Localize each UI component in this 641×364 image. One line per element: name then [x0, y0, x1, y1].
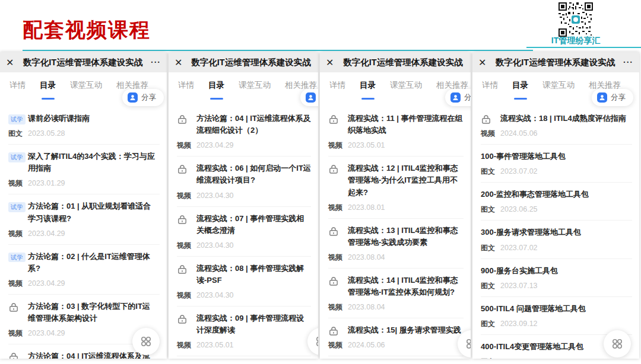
lock-icon — [328, 226, 339, 237]
publish-date: 2023.04.30 — [196, 191, 234, 200]
course-window-2: ✕ 数字化IT运维管理体系建设实战 ··· 详情目录课堂互动相关推荐 分享 — [169, 52, 318, 359]
tab-课堂互动[interactable]: 课堂互动 — [239, 80, 271, 100]
publish-date: 2023.05.01 — [196, 341, 234, 349]
lock-icon — [177, 214, 188, 225]
course-item[interactable]: 试学 深入了解ITIL4的34个实践：学习与应用指南 视频 2023.01.29 — [8, 145, 160, 194]
course-item-meta: 视频 2023.01.29 — [8, 178, 160, 189]
share-button[interactable]: 分享 — [592, 89, 633, 106]
trial-badge: 试学 — [8, 152, 26, 162]
media-type-label: 图文 — [481, 243, 495, 253]
course-item[interactable]: 流程实战：16 | 服务台管理实践 视频 2024.05.06 — [328, 356, 464, 359]
tab-课堂互动[interactable]: 课堂互动 — [542, 80, 575, 100]
media-type-label: 视频 — [481, 129, 495, 139]
course-item-meta: 视频 2023.08.04 — [328, 253, 464, 263]
media-type-label: 图文 — [481, 319, 495, 329]
course-item[interactable]: 流程实战：15| 服务请求管理实践 视频 2024.05.06 — [328, 318, 464, 356]
trial-badge: 试学 — [8, 114, 26, 124]
tab-目录[interactable]: 目录 — [512, 80, 528, 100]
publish-date: 2023.06.25 — [500, 205, 538, 213]
course-item[interactable]: 流程实战：09 | 事件管理流程设计深度解读 视频 2023.05.01 — [177, 306, 311, 356]
course-item[interactable]: 流程实战：07 | 事件管理实践相关概念澄清 视频 2023.04.30 — [177, 207, 311, 257]
tab-详情[interactable]: 详情 — [482, 80, 498, 100]
tab-课堂互动[interactable]: 课堂互动 — [390, 80, 422, 100]
course-item[interactable]: 300-服务请求管理落地工具包 图文 2023.07.02 — [481, 221, 632, 258]
course-window-3: ✕ 数字化IT运维管理体系建设实战 ··· 详情目录课堂互动相关推荐 分享 — [320, 52, 471, 359]
course-item[interactable]: 900-服务台实施工具包 图文 2023.07.13 — [481, 259, 632, 297]
close-icon[interactable]: ✕ — [478, 57, 494, 68]
media-type-label: 视频 — [328, 302, 342, 312]
lock-icon — [328, 164, 339, 174]
course-item[interactable]: 200-监控和事态管理落地工具包 图文 2023.06.25 — [481, 183, 632, 221]
tab-目录[interactable]: 目录 — [208, 80, 224, 100]
course-item[interactable]: 流程实战：08 | 事件管理实践解读-PSF 视频 2023.04.30 — [177, 257, 311, 306]
qr-caption: IT管理纷享汇 — [528, 36, 623, 46]
course-item[interactable]: 100-事件管理落地工具包 图文 2023.07.02 — [481, 145, 632, 183]
course-item[interactable]: 试学 方法论篇：01 | 从职业规划看谁适合学习该课程? 视频 2023.04.… — [8, 194, 160, 244]
lock-icon — [177, 264, 188, 274]
course-item[interactable]: 试学 方法论篇：02 | 什么是IT运维管理体系? 视频 2023.04.29 — [8, 245, 160, 295]
window-title: 数字化IT运维管理体系建设实战 — [21, 57, 144, 68]
lock-icon — [8, 302, 19, 312]
media-type-label: 视频 — [8, 279, 23, 289]
close-icon[interactable]: ✕ — [326, 57, 341, 68]
tab-详情[interactable]: 详情 — [9, 80, 26, 100]
window-header: ✕ 数字化IT运维管理体系建设实战 ··· — [320, 52, 471, 72]
course-item-title: 300-服务请求管理落地工具包 — [481, 226, 581, 238]
title-underline — [23, 50, 533, 51]
more-icon[interactable]: ··· — [617, 58, 633, 67]
publish-date: 2023.08.01 — [348, 203, 385, 212]
tab-课堂互动[interactable]: 课堂互动 — [70, 80, 102, 100]
mini-program-grid-button[interactable] — [604, 330, 631, 357]
media-type-label: 图文 — [8, 129, 23, 139]
media-type-label: 视频 — [328, 340, 342, 350]
course-item-meta: 视频 2023.04.30 — [177, 191, 311, 201]
lock-icon — [177, 114, 188, 124]
close-icon[interactable]: ✕ — [174, 57, 190, 68]
share-button[interactable]: 分享 — [300, 89, 318, 106]
tab-详情[interactable]: 详情 — [329, 80, 345, 100]
tab-bar: 详情目录课堂互动相关推荐 — [169, 72, 318, 100]
lock-icon — [177, 164, 188, 174]
window-header: ✕ 数字化IT运维管理体系建设实战 ··· — [472, 52, 639, 72]
course-item-meta: 视频 2023.04.30 — [177, 241, 311, 251]
media-type-label: 视频 — [177, 241, 191, 251]
course-item[interactable]: 500-ITIL4 问题管理落地工具包 图文 2023.09.12 — [481, 297, 632, 335]
course-item-title: 方法论篇：03 | 数字化转型下的IT运维管理体系架构设计 — [28, 301, 156, 324]
media-type-label: 视频 — [177, 340, 191, 350]
course-item[interactable]: 试学 课前必读听课指南 图文 2023.05.28 — [8, 107, 160, 145]
course-item[interactable]: 流程实战：13 | ITIL4监控和事态管理落地-实践成功要素 视频 2023.… — [328, 219, 464, 269]
media-type-label: 视频 — [328, 203, 342, 213]
share-button[interactable]: 分享 — [122, 89, 164, 106]
tab-详情[interactable]: 详情 — [178, 80, 194, 100]
publish-date: 2023.08.04 — [348, 253, 385, 261]
close-icon[interactable]: ✕ — [6, 57, 21, 68]
lock-icon — [328, 276, 339, 286]
more-icon[interactable]: ··· — [144, 58, 161, 67]
course-item[interactable]: 流程实战：12 | ITIL4监控和事态管理落地-为什么IT监控工具用不起来? … — [328, 157, 464, 218]
qr-caption-underline — [526, 47, 641, 48]
course-item-meta: 图文 2023.07.19 — [481, 357, 632, 359]
course-item[interactable]: 流程实战：18 | ITIL4成熟度评估指南 视频 2024.05.06 — [481, 107, 632, 145]
course-item[interactable]: 流程实战：14 | ITIL4监控和事态管理落地-IT监控体系如何规划? 视频 … — [328, 269, 464, 318]
mini-program-grid-button[interactable] — [132, 328, 160, 355]
course-item-title: 900-服务台实施工具包 — [481, 265, 558, 277]
course-window-1: ✕ 数字化IT运维管理体系建设实战 ··· 详情目录课堂互动相关推荐 分享 试学… — [0, 52, 167, 359]
media-type-label: 视频 — [177, 290, 191, 301]
trial-badge: 试学 — [8, 253, 26, 263]
course-item-meta: 图文 2023.07.02 — [481, 167, 632, 177]
share-label: 分享 — [141, 92, 156, 103]
media-type-label: 视频 — [8, 328, 23, 339]
share-label: 分享 — [611, 92, 626, 103]
share-button[interactable]: 分享 — [445, 89, 471, 106]
course-item[interactable]: 流程实战：11 | 事件管理流程在组织落地实战 视频 2023.05.01 — [328, 107, 464, 157]
course-item[interactable]: 流程实战：10 | 事件管理流程角色设计 视频 2023.05.01 — [177, 356, 311, 359]
tab-目录[interactable]: 目录 — [360, 80, 376, 100]
publish-date: 2024.05.06 — [348, 341, 385, 349]
course-item-meta: 视频 2023.08.01 — [328, 203, 464, 213]
course-item[interactable]: 方法论篇：04 | IT运维流程体系及流程细化设计（2） 视频 2023.04.… — [177, 107, 311, 157]
tab-目录[interactable]: 目录 — [40, 80, 56, 100]
course-list: 流程实战：18 | ITIL4成熟度评估指南 视频 2024.05.06 100… — [472, 100, 639, 359]
course-item-title: 流程实战：07 | 事件管理实践相关概念澄清 — [196, 213, 311, 237]
trial-badge: 试学 — [8, 202, 26, 212]
course-item[interactable]: 流程实战：06 | 如何启动一个IT运维流程设计项目? 视频 2023.04.3… — [177, 157, 311, 206]
